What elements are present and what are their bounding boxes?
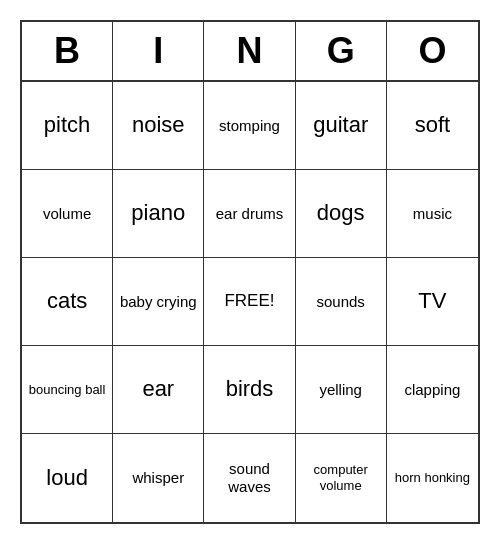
bingo-cell[interactable]: piano xyxy=(113,170,204,258)
bingo-cell[interactable]: whisper xyxy=(113,434,204,522)
bingo-grid: pitchnoisestompingguitarsoftvolumepianoe… xyxy=(22,82,478,522)
bingo-cell[interactable]: TV xyxy=(387,258,478,346)
bingo-cell[interactable]: stomping xyxy=(204,82,295,170)
bingo-cell[interactable]: sound waves xyxy=(204,434,295,522)
bingo-cell[interactable]: soft xyxy=(387,82,478,170)
bingo-cell[interactable]: sounds xyxy=(296,258,387,346)
bingo-card: BINGO pitchnoisestompingguitarsoftvolume… xyxy=(20,20,480,524)
bingo-cell[interactable]: dogs xyxy=(296,170,387,258)
bingo-cell[interactable]: horn honking xyxy=(387,434,478,522)
bingo-cell[interactable]: baby crying xyxy=(113,258,204,346)
bingo-cell[interactable]: ear drums xyxy=(204,170,295,258)
header-letter: B xyxy=(22,22,113,80)
bingo-cell[interactable]: yelling xyxy=(296,346,387,434)
bingo-cell[interactable]: clapping xyxy=(387,346,478,434)
bingo-cell[interactable]: ear xyxy=(113,346,204,434)
header-letter: O xyxy=(387,22,478,80)
header-letter: N xyxy=(204,22,295,80)
bingo-cell[interactable]: loud xyxy=(22,434,113,522)
bingo-cell[interactable]: pitch xyxy=(22,82,113,170)
header-letter: I xyxy=(113,22,204,80)
bingo-cell[interactable]: FREE! xyxy=(204,258,295,346)
bingo-cell[interactable]: guitar xyxy=(296,82,387,170)
header-letter: G xyxy=(296,22,387,80)
bingo-cell[interactable]: computer volume xyxy=(296,434,387,522)
bingo-cell[interactable]: volume xyxy=(22,170,113,258)
bingo-cell[interactable]: bouncing ball xyxy=(22,346,113,434)
bingo-cell[interactable]: birds xyxy=(204,346,295,434)
bingo-cell[interactable]: music xyxy=(387,170,478,258)
bingo-cell[interactable]: cats xyxy=(22,258,113,346)
bingo-cell[interactable]: noise xyxy=(113,82,204,170)
bingo-header: BINGO xyxy=(22,22,478,82)
